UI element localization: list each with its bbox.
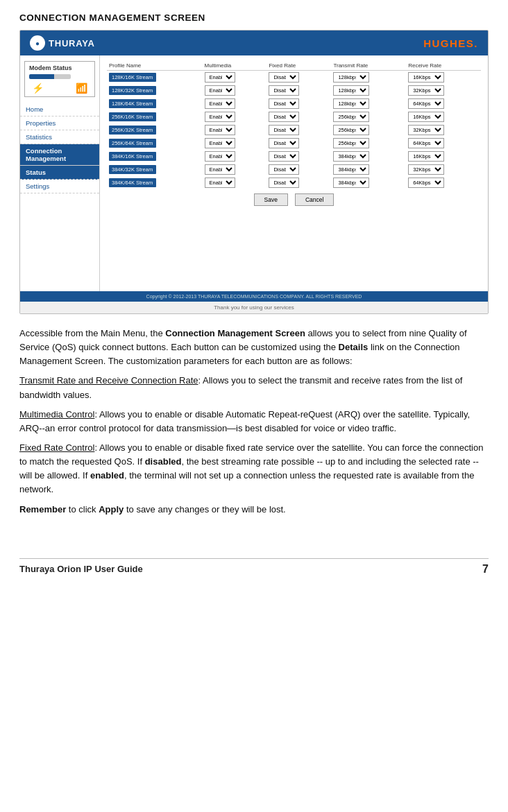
table-row: 384K/64K Stream Enable Disable Enable Di…	[107, 176, 481, 189]
nav-items: Home Properties Statistics Connection Ma…	[20, 103, 99, 193]
fixed-rate-select[interactable]: Enable Disable	[269, 112, 299, 122]
multimedia-select[interactable]: Enable Disable	[205, 125, 235, 135]
multimedia-heading: Multimedia Control	[19, 409, 94, 420]
profile-label[interactable]: 256K/64K Stream	[109, 139, 156, 148]
multimedia-select[interactable]: Enable Disable	[205, 138, 235, 148]
receive-rate-select[interactable]: 16Kbps	[408, 72, 444, 83]
fixed-rate-cell: Enable Disable	[266, 71, 331, 85]
details-bold: Details	[339, 342, 369, 352]
multimedia-select[interactable]: Enable Disable	[205, 178, 235, 188]
multimedia-select[interactable]: Enable Disable	[205, 72, 235, 83]
fixed-rate-select[interactable]: Enable Disable	[269, 72, 299, 83]
footer-brand: Thuraya Orion IP User Guide	[19, 564, 143, 574]
profile-label[interactable]: 128K/16K Stream	[109, 73, 156, 82]
multimedia-cell: Enable Disable	[203, 150, 267, 163]
profile-label[interactable]: 384K/64K Stream	[109, 178, 156, 187]
fixed-rate-select[interactable]: Enable Disable	[269, 164, 299, 175]
transmit-rate-select[interactable]: 384kbps	[333, 164, 369, 175]
intro-text: Accessible from the Main Menu, the	[19, 328, 163, 338]
nav-item-connection-management[interactable]: Connection Management	[20, 144, 99, 166]
transmit-rate-cell: 384kbps	[331, 163, 406, 176]
transmit-rate-select[interactable]: 256kbps	[333, 112, 369, 122]
transmit-rate-select[interactable]: 128kbps	[333, 85, 369, 96]
profile-cell: 256K/16K Stream	[107, 110, 203, 123]
cancel-button[interactable]: Cancel	[295, 193, 334, 206]
transmit-rate-select[interactable]: 128kbps	[333, 72, 369, 83]
nav-item-properties[interactable]: Properties	[20, 116, 99, 130]
nav-item-status[interactable]: Status	[20, 166, 99, 180]
save-button[interactable]: Save	[254, 193, 288, 206]
nav-item-settings[interactable]: Settings	[20, 180, 99, 193]
connection-table: Profile Name Multimedia Fixed Rate Trans…	[107, 61, 481, 189]
receive-rate-cell: 16Kbps	[406, 150, 481, 163]
section3-text3: , the terminal will not set up a connect…	[19, 470, 474, 494]
remember-text: to click	[69, 504, 96, 515]
modem-icons: ⚡ 📶	[29, 83, 90, 94]
transmit-rate-select[interactable]: 384kbps	[333, 178, 369, 188]
fixed-rate-select[interactable]: Enable Disable	[269, 138, 299, 148]
multimedia-select[interactable]: Enable Disable	[205, 164, 235, 175]
transmit-rate-heading: Transmit Rate and Receive Connection Rat…	[19, 375, 198, 386]
profile-cell: 128K/32K Stream	[107, 84, 203, 97]
fixed-rate-select[interactable]: Enable Disable	[269, 85, 299, 96]
connection-management-screen-bold: Connection Management Screen	[165, 328, 305, 338]
multimedia-select[interactable]: Enable Disable	[205, 98, 235, 109]
fixed-rate-select[interactable]: Enable Disable	[269, 125, 299, 135]
top-bar: ● THURAYA HUGHES.	[20, 31, 488, 55]
receive-rate-select[interactable]: 32Kbps	[408, 125, 444, 135]
transmit-rate-select[interactable]: 384kbps	[333, 151, 369, 162]
thuraya-icon: ●	[30, 35, 45, 51]
receive-rate-select[interactable]: 64Kbps	[408, 178, 444, 188]
profile-label[interactable]: 128K/64K Stream	[109, 99, 156, 108]
fixed-rate-select[interactable]: Enable Disable	[269, 151, 299, 162]
transmit-rate-select[interactable]: 256kbps	[333, 125, 369, 135]
multimedia-cell: Enable Disable	[203, 110, 267, 123]
fixed-rate-cell: Enable Disable	[266, 97, 331, 110]
button-row: Save Cancel	[107, 193, 481, 206]
fixed-rate-cell: Enable Disable	[266, 123, 331, 137]
transmit-rate-cell: 256kbps	[331, 110, 406, 123]
remember-bold: Remember	[19, 504, 66, 515]
fixed-rate-cell: Enable Disable	[266, 110, 331, 123]
multimedia-cell: Enable Disable	[203, 71, 267, 85]
remember-text2: to save any changes or they will be lost…	[126, 504, 286, 515]
table-row: 128K/16K Stream Enable Disable Enable Di…	[107, 71, 481, 85]
fixed-rate-select[interactable]: Enable Disable	[269, 98, 299, 109]
profile-cell: 256K/32K Stream	[107, 123, 203, 137]
modem-status-box: Modem Status ⚡ 📶	[24, 61, 95, 97]
receive-rate-select[interactable]: 32Kbps	[408, 85, 444, 96]
modem-status-label: Modem Status	[29, 64, 90, 71]
thuraya-logo: ● THURAYA	[30, 35, 95, 51]
receive-rate-cell: 32Kbps	[406, 163, 481, 176]
multimedia-cell: Enable Disable	[203, 97, 267, 110]
table-row: 256K/32K Stream Enable Disable Enable Di…	[107, 123, 481, 137]
profile-label[interactable]: 256K/32K Stream	[109, 126, 156, 135]
fixed-rate-select[interactable]: Enable Disable	[269, 178, 299, 188]
profile-label[interactable]: 256K/16K Stream	[109, 112, 156, 121]
receive-rate-select[interactable]: 16Kbps	[408, 112, 444, 122]
table-row: 256K/16K Stream Enable Disable Enable Di…	[107, 110, 481, 123]
table-row: 384K/16K Stream Enable Disable Enable Di…	[107, 150, 481, 163]
col-header-receive: Receive Rate	[406, 61, 481, 71]
profile-label[interactable]: 384K/16K Stream	[109, 152, 156, 161]
transmit-rate-select[interactable]: 256kbps	[333, 138, 369, 148]
receive-rate-select[interactable]: 32Kbps	[408, 164, 444, 175]
sidebar: Modem Status ⚡ 📶 Home Properties Statist…	[20, 55, 100, 291]
receive-rate-select[interactable]: 64Kbps	[408, 138, 444, 148]
table-row: 128K/32K Stream Enable Disable Enable Di…	[107, 84, 481, 97]
receive-rate-cell: 16Kbps	[406, 110, 481, 123]
profile-label[interactable]: 128K/32K Stream	[109, 86, 156, 95]
screen-copyright: Copyright © 2012-2013 THURAYA TELECOMMUN…	[20, 291, 488, 302]
multimedia-select[interactable]: Enable Disable	[205, 151, 235, 162]
body-text: Accessible from the Main Menu, the Conne…	[19, 327, 489, 517]
receive-rate-select[interactable]: 16Kbps	[408, 151, 444, 162]
profile-cell: 384K/16K Stream	[107, 150, 203, 163]
multimedia-cell: Enable Disable	[203, 176, 267, 189]
multimedia-select[interactable]: Enable Disable	[205, 85, 235, 96]
profile-label[interactable]: 384K/32K Stream	[109, 165, 156, 174]
nav-item-home[interactable]: Home	[20, 103, 99, 116]
nav-item-statistics[interactable]: Statistics	[20, 130, 99, 144]
transmit-rate-select[interactable]: 128kbps	[333, 98, 369, 109]
receive-rate-select[interactable]: 64Kbps	[408, 98, 444, 109]
multimedia-select[interactable]: Enable Disable	[205, 112, 235, 122]
